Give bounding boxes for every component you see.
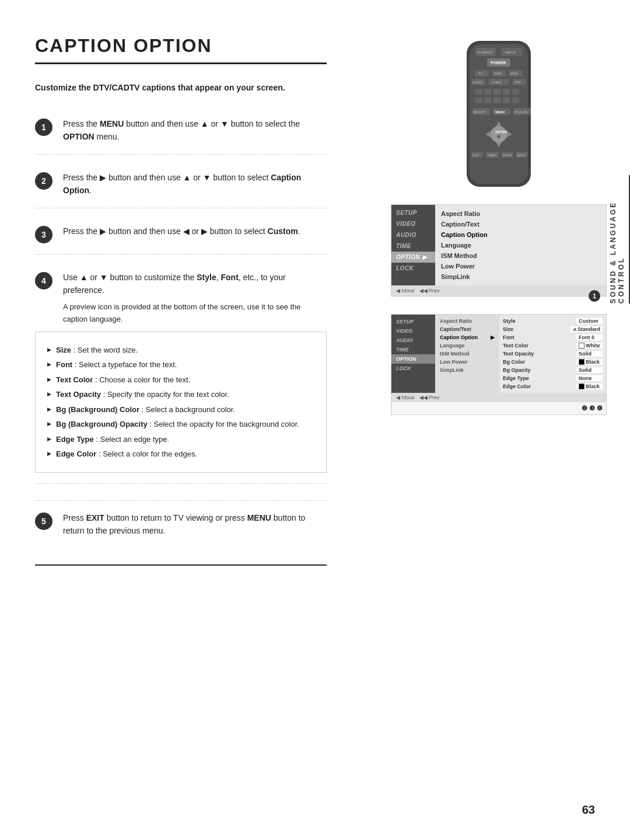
- detail-row-caption-text: Caption/Text: [440, 325, 495, 333]
- nav-move: ◀ Move: [396, 288, 415, 294]
- detail-row-language: Language: [440, 341, 495, 350]
- step-number-4: 4: [35, 272, 52, 290]
- sidebar-time: TIME: [391, 241, 435, 252]
- detail-sidebar-setup: SETUP: [391, 317, 435, 326]
- menu-item-aspect: Aspect Ratio: [441, 208, 600, 219]
- svg-text:CABLE: CABLE: [491, 81, 502, 84]
- swatch-edge-black: [579, 384, 584, 389]
- bullet-font: Font : Select a typeface for the text.: [47, 357, 314, 372]
- badge-1: 1: [589, 290, 600, 302]
- svg-rect-26: [484, 97, 491, 103]
- sidebar-audio: AUDIO: [391, 229, 435, 241]
- detail-sidebar-option: OPTION: [391, 354, 435, 364]
- svg-text:ENTER: ENTER: [495, 130, 508, 134]
- svg-rect-22: [494, 89, 501, 95]
- svg-text:AUDIO: AUDIO: [473, 81, 483, 84]
- keyword-style: Style: [197, 273, 216, 282]
- detail-sidebar-video: VIDEO: [391, 326, 435, 336]
- step-content-3: Press the ▶ button and then use ◀ or ▶ b…: [63, 225, 327, 238]
- svg-point-40: [491, 126, 507, 142]
- detail-caption-option-label: Caption Option: [440, 334, 478, 340]
- label-edge-color: Edge Color: [503, 384, 531, 389]
- val-edge-type: None: [576, 375, 603, 381]
- label-edge-type: Edge Type: [503, 375, 529, 381]
- menu-item-low-power: Low Power: [441, 261, 600, 271]
- svg-text:BRIGHT: BRIGHT: [474, 110, 486, 114]
- menu-item-ism: ISM Method: [441, 250, 600, 261]
- svg-text:INPUT: INPUT: [505, 51, 516, 54]
- label-bg-color: Bg Color: [503, 359, 525, 365]
- bullet-text-opacity: Text Opacity : Specify the opacity for t…: [47, 387, 314, 402]
- step-number-5: 5: [35, 513, 52, 530]
- detail-row-caption-option: Caption Option ▶: [440, 333, 495, 341]
- detail-sidebar-time: TIME: [391, 345, 435, 354]
- menu-item-language: Language: [441, 240, 600, 250]
- detail-row-simplink: SimpLink: [440, 366, 495, 374]
- nav2-move: ◀ Move: [396, 395, 415, 400]
- step-content-1: Press the MENU button and then use ▲ or …: [63, 117, 327, 144]
- step-content-4: Use ▲ or ▼ button to customize the Style…: [63, 271, 327, 473]
- step-number-3: 3: [35, 226, 52, 243]
- detail-right-edge-color: Edge Color Black: [503, 382, 603, 391]
- step-1: 1 Press the MENU button and then use ▲ o…: [35, 117, 327, 155]
- svg-rect-24: [512, 89, 519, 95]
- menu-sidebar-1: SETUP VIDEO AUDIO TIME OPTION ▶ LOCK: [391, 205, 435, 285]
- val-bg-opacity: Solid: [576, 367, 603, 373]
- nav2-prev: ◀◀ Prev: [419, 395, 440, 400]
- bullet-bg-color: Bg (Background) Color : Select a backgro…: [47, 402, 314, 417]
- step-number-1: 1: [35, 118, 52, 136]
- step-content-5: Press EXIT button to return to TV viewin…: [63, 511, 327, 538]
- svg-rect-23: [503, 89, 510, 95]
- badge-group-234: ❷ ❸ ❹: [391, 402, 606, 414]
- detail-row-ism: ISM Method: [440, 350, 495, 358]
- svg-rect-29: [512, 97, 519, 103]
- keyword-font: Font: [221, 273, 239, 282]
- label-size: Size: [503, 326, 513, 332]
- detail-sidebar-audio: AUDIO: [391, 336, 435, 345]
- val-size: AStandard: [570, 326, 603, 332]
- svg-text:TIMER: TIMER: [487, 154, 496, 157]
- bullet-text-color: Text Color : Choose a color for the text…: [47, 372, 314, 388]
- detail-right-size: Size AStandard: [503, 325, 603, 333]
- swatch-black: [579, 359, 584, 365]
- keyword-custom: Custom: [268, 226, 298, 236]
- keyword-caption-option: Caption Option: [63, 173, 301, 195]
- svg-point-42: [497, 135, 501, 138]
- menu-item-caption-option: Caption Option: [441, 229, 600, 240]
- intro-text: Customize the DTV/CADTV captions that ap…: [35, 82, 327, 94]
- svg-text:MENU: MENU: [495, 110, 505, 114]
- keyword-menu: MENU: [100, 119, 124, 128]
- detail-right-text-opacity: Text Opacity Solid: [503, 350, 603, 358]
- page-number: 63: [582, 803, 595, 817]
- menu-nav-2: ◀ Move ◀◀ Prev: [391, 393, 606, 402]
- detail-row-aspect: Aspect Ratio: [440, 317, 495, 325]
- step-5: 5 Press EXIT button to return to TV view…: [35, 500, 327, 548]
- svg-text:VCR: VCR: [510, 72, 518, 75]
- remote-svg: TV INPUT INPUT POWER TV DVR VCR AUDIO CA…: [449, 35, 548, 193]
- detail-right-text-color: Text Color White: [503, 341, 603, 350]
- svg-rect-21: [484, 89, 491, 95]
- side-label: SOUND & LANGUAGE CONTROL: [609, 175, 630, 304]
- menu-detail-sidebar: SETUP VIDEO AUDIO TIME OPTION LOCK: [391, 315, 435, 393]
- detail-right-bg-color: Bg Color Black: [503, 358, 603, 366]
- detail-sidebar-lock: LOCK: [391, 364, 435, 373]
- menu-nav-1: ◀ Move ◀◀ Prev: [391, 285, 606, 296]
- menu-detail-main: Aspect Ratio Caption/Text Caption Option…: [435, 315, 499, 393]
- step-4: 4 Use ▲ or ▼ button to customize the Sty…: [35, 271, 327, 484]
- bullet-list: Size : Set the word size. Font : Select …: [35, 332, 327, 473]
- step-2: 2 Press the ▶ button and then use ▲ or ▼…: [35, 171, 327, 208]
- label-style: Style: [503, 318, 516, 324]
- svg-text:DVR: DVR: [494, 72, 502, 75]
- svg-text:POWER: POWER: [491, 61, 506, 65]
- keyword-option: OPTION: [63, 132, 94, 141]
- menu-detail-right: Style Custom Size AStandard Font Font 0 …: [499, 315, 606, 393]
- menu-screenshot-2: SETUP VIDEO AUDIO TIME OPTION LOCK Aspec…: [391, 314, 607, 415]
- svg-text:COLOUR+: COLOUR+: [514, 110, 528, 114]
- svg-rect-27: [494, 97, 501, 103]
- step-number-2: 2: [35, 172, 52, 190]
- detail-right-style: Style Custom: [503, 317, 603, 325]
- label-text-opacity: Text Opacity: [503, 351, 534, 357]
- val-text-color: White: [576, 343, 603, 348]
- sidebar-setup: SETUP: [391, 207, 435, 218]
- keyword-exit: EXIT: [86, 513, 104, 522]
